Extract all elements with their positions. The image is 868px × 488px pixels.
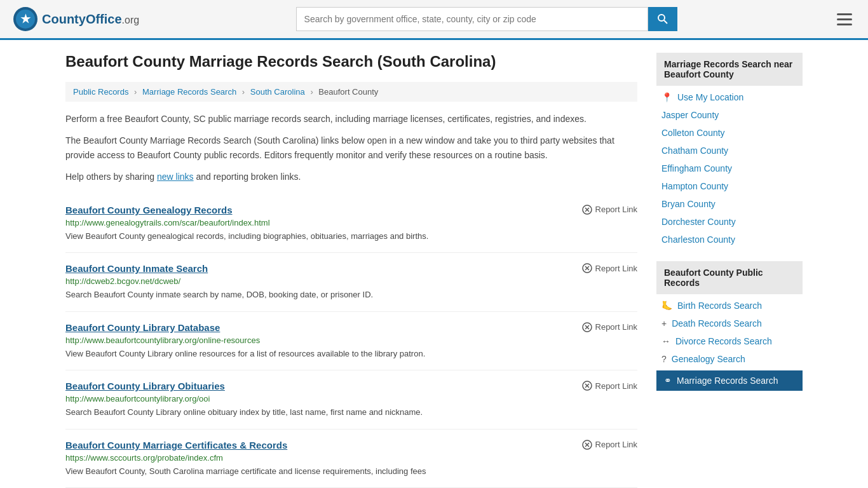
breadcrumb-public-records[interactable]: Public Records xyxy=(73,87,128,97)
record-title-0[interactable]: Beaufort County Genealogy Records xyxy=(65,205,233,215)
public-records-section: Beaufort County Public Records 🦶 Birth R… xyxy=(656,261,803,391)
nearby-link-7[interactable]: Dorchester County xyxy=(661,217,736,227)
nearby-item-1: Jasper County xyxy=(656,106,803,124)
record-item: Beaufort County Marriage Certificates & … xyxy=(65,430,637,488)
nearby-link-8[interactable]: Charleston County xyxy=(661,234,735,245)
report-link-3[interactable]: Report Link xyxy=(582,381,637,391)
record-desc-2: View Beaufort County Library online reso… xyxy=(65,348,637,360)
search-button[interactable] xyxy=(648,7,677,31)
nearby-link-5[interactable]: Hampton County xyxy=(661,181,728,191)
record-title-3[interactable]: Beaufort County Library Obituaries xyxy=(65,381,225,391)
breadcrumb-beaufort: Beaufort County xyxy=(318,87,378,97)
report-link-1[interactable]: Report Link xyxy=(582,263,637,273)
svg-text:★: ★ xyxy=(20,13,31,25)
content-area: Beaufort County Marriage Records Search … xyxy=(65,53,637,488)
menu-icon-line3 xyxy=(837,24,852,25)
public-record-item-0: 🦶 Birth Records Search xyxy=(656,297,803,315)
report-icon-2 xyxy=(582,322,592,332)
sidebar: Marriage Records Search near Beaufort Co… xyxy=(656,53,803,488)
public-icon-3: ? xyxy=(661,354,667,364)
search-input[interactable] xyxy=(296,7,648,31)
record-title-4[interactable]: Beaufort County Marriage Certificates & … xyxy=(65,440,287,451)
record-url-0[interactable]: http://www.genealogytrails.com/scar/beau… xyxy=(65,218,637,227)
logo-area: ★ CountyOffice.org xyxy=(13,6,139,32)
nearby-section: Marriage Records Search near Beaufort Co… xyxy=(656,53,803,248)
record-title-2[interactable]: Beaufort County Library Database xyxy=(65,322,220,333)
public-link-0[interactable]: Birth Records Search xyxy=(677,301,762,311)
nearby-items: 📍 Use My LocationJasper CountyColleton C… xyxy=(656,88,803,248)
nearby-item-7: Dorchester County xyxy=(656,213,803,231)
public-record-item-4: ⚭ Marriage Records Search xyxy=(656,370,803,391)
nearby-link-1[interactable]: Jasper County xyxy=(661,110,719,120)
public-icon-2: ↔ xyxy=(661,336,670,346)
menu-icon-line1 xyxy=(837,13,852,15)
public-link-4[interactable]: Marriage Records Search xyxy=(677,376,778,386)
record-item: Beaufort County Library Database Report … xyxy=(65,312,637,371)
breadcrumb-sep1: › xyxy=(134,87,137,97)
logo-icon: ★ xyxy=(13,6,38,32)
search-icon xyxy=(657,13,668,25)
breadcrumb-sep3: › xyxy=(310,87,313,97)
public-link-2[interactable]: Divorce Records Search xyxy=(675,336,772,346)
new-links-link[interactable]: new links xyxy=(157,172,194,182)
nearby-item-0: 📍 Use My Location xyxy=(656,88,803,106)
main-container: Beaufort County Marriage Records Search … xyxy=(53,40,815,488)
nearby-item-8: Charleston County xyxy=(656,231,803,248)
breadcrumb-marriage-search[interactable]: Marriage Records Search xyxy=(142,87,236,97)
public-records-header: Beaufort County Public Records xyxy=(656,261,803,294)
report-icon-0 xyxy=(582,205,592,215)
breadcrumb-sep2: › xyxy=(242,87,245,97)
public-record-item-2: ↔ Divorce Records Search xyxy=(656,332,803,350)
record-url-1[interactable]: http://dcweb2.bcgov.net/dcweb/ xyxy=(65,276,637,286)
report-icon-3 xyxy=(582,381,592,391)
report-link-4[interactable]: Report Link xyxy=(582,440,637,450)
breadcrumb-south-carolina[interactable]: South Carolina xyxy=(250,87,305,97)
nearby-item-6: Bryan County xyxy=(656,195,803,213)
detail-text: The Beaufort County Marriage Records Sea… xyxy=(65,133,637,162)
public-link-1[interactable]: Death Records Search xyxy=(672,318,762,329)
header: ★ CountyOffice.org xyxy=(0,0,868,40)
report-icon-1 xyxy=(582,263,592,273)
page-title: Beaufort County Marriage Records Search … xyxy=(65,53,637,71)
records-list: Beaufort County Genealogy Records Report… xyxy=(65,194,637,488)
public-icon-1: + xyxy=(661,318,667,329)
svg-line-4 xyxy=(664,20,667,24)
public-icon-0: 🦶 xyxy=(661,301,672,311)
nearby-link-4[interactable]: Effingham County xyxy=(661,163,732,173)
nearby-item-3: Chatham County xyxy=(656,142,803,159)
report-link-0[interactable]: Report Link xyxy=(582,205,637,215)
record-item: Beaufort County Genealogy Records Report… xyxy=(65,194,637,254)
location-icon: 📍 xyxy=(661,92,672,102)
nearby-header: Marriage Records Search near Beaufort Co… xyxy=(656,53,803,86)
public-record-item-3: ? Genealogy Search xyxy=(656,350,803,368)
record-url-3[interactable]: http://www.beaufortcountylibrary.org/ooi xyxy=(65,394,637,403)
public-records-items: 🦶 Birth Records Search+ Death Records Se… xyxy=(656,297,803,391)
public-link-3[interactable]: Genealogy Search xyxy=(672,354,745,364)
record-url-4[interactable]: https://www.sccourts.org/probate/index.c… xyxy=(65,453,637,463)
nearby-link-3[interactable]: Chatham County xyxy=(661,146,728,156)
record-desc-1: Search Beaufort County inmate search by … xyxy=(65,288,637,301)
nearby-link-0[interactable]: Use My Location xyxy=(677,92,743,102)
record-item: Beaufort County Library Obituaries Repor… xyxy=(65,370,637,430)
report-link-2[interactable]: Report Link xyxy=(582,322,637,332)
record-desc-0: View Beaufort County genealogical record… xyxy=(65,230,637,243)
record-title-1[interactable]: Beaufort County Inmate Search xyxy=(65,263,208,274)
menu-button[interactable] xyxy=(834,10,855,29)
nearby-link-6[interactable]: Bryan County xyxy=(661,199,715,209)
report-icon-4 xyxy=(582,440,592,450)
nearby-item-4: Effingham County xyxy=(656,159,803,177)
logo-text: CountyOffice.org xyxy=(42,12,139,27)
record-desc-3: Search Beaufort County Library online ob… xyxy=(65,406,637,419)
share-suffix: and reporting broken links. xyxy=(196,172,301,182)
share-prefix: Help others by sharing xyxy=(65,172,157,182)
record-item: Beaufort County Inmate Search Report Lin… xyxy=(65,253,637,312)
public-record-item-1: + Death Records Search xyxy=(656,315,803,332)
nearby-link-2[interactable]: Colleton County xyxy=(661,128,725,138)
record-url-2[interactable]: http://www.beaufortcountylibrary.org/onl… xyxy=(65,336,637,345)
breadcrumb: Public Records › Marriage Records Search… xyxy=(65,82,637,102)
record-desc-4: View Beaufort County, South Carolina mar… xyxy=(65,465,637,478)
share-text: Help others by sharing new links and rep… xyxy=(65,170,637,184)
public-icon-4: ⚭ xyxy=(664,376,672,386)
nearby-item-5: Hampton County xyxy=(656,177,803,195)
search-area xyxy=(296,7,677,31)
